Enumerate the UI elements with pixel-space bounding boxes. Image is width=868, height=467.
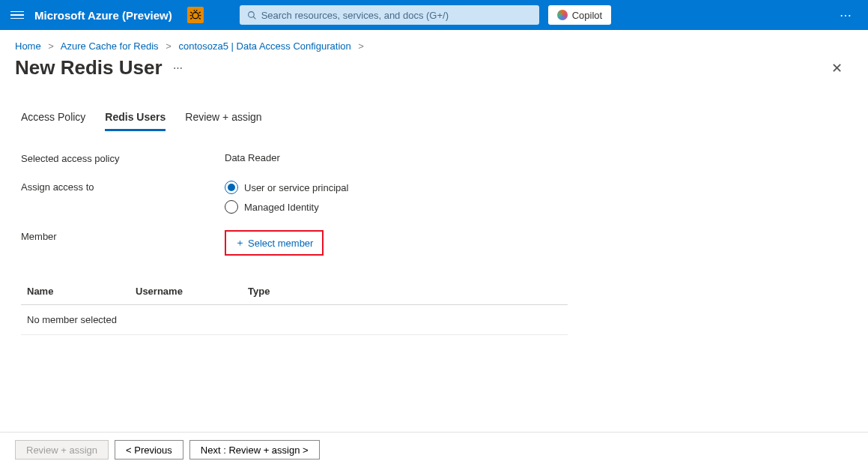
- copilot-button[interactable]: Copilot: [548, 5, 611, 25]
- tab-access-policy[interactable]: Access Policy: [21, 111, 85, 131]
- svg-point-0: [192, 13, 198, 19]
- footer-bar: Review + assign < Previous Next : Review…: [0, 432, 868, 467]
- radio-user-principal[interactable]: User or service principal: [225, 181, 348, 194]
- search-icon: [247, 10, 257, 20]
- plus-icon: ＋: [235, 236, 245, 250]
- radio-icon: [225, 200, 238, 214]
- table-row-empty: No member selected: [21, 305, 568, 335]
- review-assign-button: Review + assign: [15, 440, 109, 460]
- label-assign-to: Assign access to: [21, 181, 225, 193]
- col-type: Type: [248, 286, 360, 297]
- tab-redis-users[interactable]: Redis Users: [105, 111, 166, 131]
- chevron-right-icon: >: [48, 40, 54, 52]
- menu-icon[interactable]: [10, 11, 24, 19]
- brand-title: Microsoft Azure (Preview): [34, 9, 172, 22]
- member-table: Name Username Type No member selected: [21, 278, 568, 335]
- col-username: Username: [136, 286, 248, 297]
- title-row: New Redis User ⋯ ✕: [0, 55, 868, 79]
- crumb-resource[interactable]: contosoza5 | Data Access Configuration: [178, 40, 350, 52]
- crumb-service[interactable]: Azure Cache for Redis: [61, 40, 159, 52]
- label-member: Member: [21, 230, 225, 242]
- radio-icon: [225, 181, 238, 194]
- preview-bug-icon[interactable]: [187, 7, 204, 23]
- search-input[interactable]: Search resources, services, and docs (G+…: [240, 5, 539, 25]
- value-selected-policy: Data Reader: [225, 152, 280, 163]
- svg-point-1: [248, 11, 254, 17]
- chevron-right-icon: >: [166, 40, 172, 52]
- breadcrumb: Home > Azure Cache for Redis > contosoza…: [0, 30, 868, 55]
- copilot-icon: [557, 10, 568, 20]
- highlight-annotation: ＋ Select member: [225, 230, 324, 256]
- crumb-home[interactable]: Home: [15, 40, 41, 52]
- page-title: New Redis User: [15, 56, 163, 79]
- title-more-icon[interactable]: ⋯: [173, 62, 183, 73]
- select-member-button[interactable]: ＋ Select member: [229, 233, 319, 253]
- close-icon[interactable]: ✕: [831, 60, 843, 76]
- radio-managed-identity[interactable]: Managed Identity: [225, 200, 348, 214]
- tab-review-assign[interactable]: Review + assign: [185, 111, 261, 131]
- next-button[interactable]: Next : Review + assign >: [189, 440, 320, 460]
- top-bar: Microsoft Azure (Preview) Search resourc…: [0, 0, 868, 30]
- search-placeholder: Search resources, services, and docs (G+…: [261, 10, 449, 21]
- label-selected-policy: Selected access policy: [21, 152, 225, 164]
- tab-bar: Access Policy Redis Users Review + assig…: [0, 79, 868, 131]
- chevron-right-icon: >: [358, 40, 364, 52]
- form-area: Selected access policy Data Reader Assig…: [0, 131, 868, 272]
- overflow-icon[interactable]: ⋯: [840, 8, 853, 22]
- col-name: Name: [27, 286, 136, 297]
- previous-button[interactable]: < Previous: [115, 440, 183, 460]
